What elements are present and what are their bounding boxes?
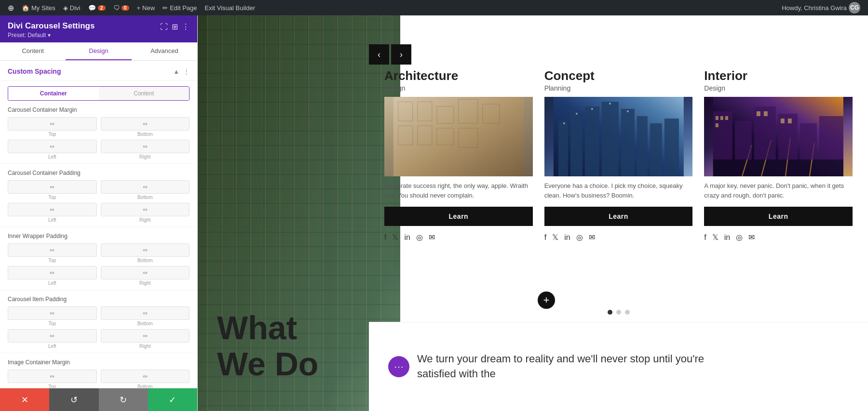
- twitter-icon-0[interactable]: 𝕏: [392, 233, 398, 242]
- item-padding-left[interactable]: ⇔: [8, 329, 97, 343]
- undo-button[interactable]: ↺: [49, 388, 98, 411]
- svg-point-74: [576, 113, 578, 115]
- section-header-actions: ▲ ⋮: [173, 68, 190, 75]
- email-icon-0[interactable]: ✉: [429, 233, 435, 242]
- card-subtitle-0: Design: [384, 84, 533, 92]
- panel-bottom-bar: ✕ ↺ ↻ ✓: [0, 388, 197, 411]
- img-margin-top[interactable]: ⇔: [8, 370, 97, 383]
- dot-2[interactable]: [625, 310, 630, 315]
- add-section-button[interactable]: +: [538, 292, 555, 309]
- tab-design[interactable]: Design: [66, 42, 131, 60]
- carousel-next-button[interactable]: ›: [391, 44, 411, 65]
- container-padding-top[interactable]: ⇔: [8, 180, 97, 194]
- interior-image-svg: [704, 97, 853, 176]
- wp-logo[interactable]: ⊕: [4, 0, 18, 15]
- concept-image-svg: [544, 97, 693, 176]
- main-area: What We Do ‹ › Architecture Design: [198, 15, 868, 411]
- container-padding-left[interactable]: ⇔: [8, 203, 97, 216]
- container-padding-right[interactable]: ⇔: [101, 203, 190, 216]
- linkedin-icon-2[interactable]: in: [724, 233, 730, 242]
- svg-rect-65: [558, 121, 568, 176]
- card-desc-0: Celebrate success right, the only way, a…: [384, 181, 533, 200]
- card-subtitle-2: Design: [704, 84, 853, 92]
- dot-1[interactable]: [616, 310, 621, 315]
- img-margin-bottom[interactable]: ⇔: [101, 370, 190, 383]
- panel-header-icons: ⛶ ⊞ ⋮: [160, 22, 190, 31]
- item-padding-top[interactable]: ⇔: [8, 306, 97, 320]
- svg-rect-11: [352, 15, 364, 411]
- settings-panel: Divi Carousel Settings Preset: Default ▾…: [0, 15, 198, 411]
- email-icon-1[interactable]: ✉: [589, 233, 595, 242]
- card-architecture: Architecture Design: [379, 68, 539, 246]
- comment-count-menu[interactable]: 🗨 0: [109, 0, 133, 15]
- save-button[interactable]: ✓: [148, 388, 197, 411]
- card-concept: Concept Planning: [539, 68, 699, 246]
- spacing-fields-1: ⇔ Top ⇔ Bottom ⇔ Left ⇔ Right: [8, 180, 190, 223]
- instagram-icon-2[interactable]: ◎: [736, 233, 743, 242]
- instagram-icon-0[interactable]: ◎: [416, 233, 423, 242]
- admin-bar: ⊕ 🏠 My Sites ◈ Divi 💬 2 🗨 0 + New ✏ Edit…: [0, 0, 868, 15]
- inner-padding-left[interactable]: ⇔: [8, 266, 97, 279]
- spacing-fields-4: ⇔ Top ⇔ Bottom: [8, 370, 190, 388]
- twitter-icon-1[interactable]: 𝕏: [552, 233, 558, 242]
- panel-preset[interactable]: Preset: Default ▾: [8, 32, 95, 39]
- sub-tab-content[interactable]: Content: [99, 87, 190, 100]
- my-sites-menu[interactable]: 🏠 My Sites: [18, 0, 59, 15]
- margin-top-label: Top: [48, 132, 56, 137]
- svg-rect-94: [757, 111, 760, 116]
- exit-builder-button[interactable]: Exit Visual Builder: [201, 0, 259, 15]
- item-padding-right[interactable]: ⇔: [101, 329, 190, 343]
- bottom-section: ⋯ We turn your dream to reality and we'l…: [369, 322, 868, 411]
- spacing-fields-0: ⇔ Top ⇔ Bottom ⇔ Left ⇔ Right: [8, 117, 190, 159]
- section-title: Custom Spacing: [8, 67, 61, 75]
- svg-rect-79: [713, 159, 843, 176]
- sub-tab-container[interactable]: Container: [8, 87, 99, 100]
- inner-padding-right[interactable]: ⇔: [101, 266, 190, 279]
- email-icon-2[interactable]: ✉: [748, 233, 755, 242]
- facebook-icon-1[interactable]: f: [544, 233, 546, 242]
- dot-0[interactable]: [608, 310, 612, 315]
- collapse-icon[interactable]: ⛶: [160, 23, 168, 31]
- linkedin-icon-0[interactable]: in: [404, 233, 410, 242]
- divi-menu[interactable]: ◈ Divi: [59, 0, 84, 15]
- section-more-icon[interactable]: ⋮: [183, 68, 190, 75]
- redo-button[interactable]: ↻: [99, 388, 148, 411]
- tab-advanced[interactable]: Advanced: [132, 42, 197, 60]
- item-padding-bottom[interactable]: ⇔: [101, 306, 190, 320]
- bubble-icon: 🗨: [113, 4, 120, 12]
- tab-content[interactable]: Content: [0, 42, 66, 60]
- social-icons-0: f 𝕏 in ◎ ✉: [384, 233, 533, 242]
- card-desc-2: A major key, never panic. Don't panic, w…: [704, 181, 853, 200]
- edit-page-button[interactable]: ✏ Edit Page: [159, 0, 201, 15]
- more-icon[interactable]: ⋮: [182, 22, 190, 31]
- margin-right-input[interactable]: ⇔: [101, 140, 190, 153]
- inner-padding-bottom[interactable]: ⇔: [101, 243, 190, 257]
- svg-rect-9: [323, 15, 335, 411]
- new-button[interactable]: + New: [133, 0, 159, 15]
- hero-line-2: We Do: [217, 346, 318, 382]
- margin-top-input[interactable]: ⇔: [8, 117, 97, 131]
- instagram-icon-1[interactable]: ◎: [576, 233, 583, 242]
- learn-button-2[interactable]: Learn: [704, 207, 853, 226]
- margin-bottom-input[interactable]: ⇔: [101, 117, 190, 131]
- collapse-section-icon[interactable]: ▲: [173, 68, 179, 75]
- user-info[interactable]: Howdy, Christina Gwira CG: [778, 0, 864, 15]
- inner-padding-top[interactable]: ⇔: [8, 243, 97, 257]
- learn-button-0[interactable]: Learn: [384, 207, 533, 226]
- facebook-icon-2[interactable]: f: [704, 233, 706, 242]
- linkedin-icon-1[interactable]: in: [564, 233, 570, 242]
- twitter-icon-2[interactable]: 𝕏: [712, 233, 719, 242]
- container-padding-bottom[interactable]: ⇔: [101, 180, 190, 194]
- margin-left-input[interactable]: ⇔: [8, 140, 97, 153]
- sub-tabs: Container Content: [8, 86, 190, 101]
- grid-icon[interactable]: ⊞: [172, 22, 178, 31]
- carousel-prev-button[interactable]: ‹: [369, 44, 389, 65]
- svg-rect-67: [585, 106, 599, 176]
- card-image-1: [544, 97, 693, 176]
- facebook-icon-0[interactable]: f: [384, 233, 386, 242]
- cancel-button[interactable]: ✕: [0, 388, 49, 411]
- comments-menu[interactable]: 💬 2: [84, 0, 109, 15]
- spacing-group-2: Inner Wrapper Padding ⇔ Top ⇔ Bottom ⇔ L…: [0, 227, 197, 290]
- spacing-fields-3: ⇔ Top ⇔ Bottom ⇔ Left ⇔ Right: [8, 306, 190, 349]
- learn-button-1[interactable]: Learn: [544, 207, 693, 226]
